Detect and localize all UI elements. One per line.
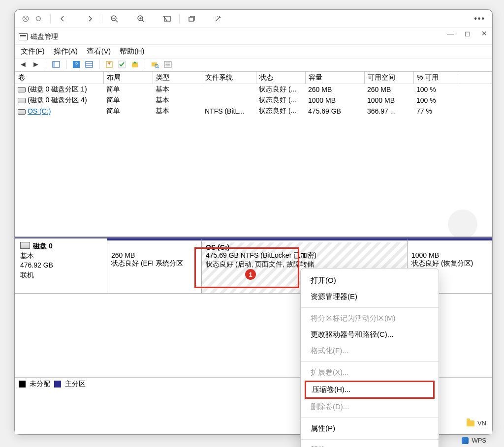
cell-status: 状态良好 (... [256, 84, 305, 95]
svg-line-25 [158, 67, 159, 68]
cell-fs: NTFS (BitL... [202, 106, 256, 117]
nav-back-icon[interactable]: ◄ [19, 60, 28, 69]
show-hide-tree-icon[interactable] [52, 60, 61, 69]
disk-label: 磁盘 0 [33, 242, 53, 250]
disk-type: 基本 [20, 251, 102, 261]
cell-fs [202, 84, 256, 95]
ctx-shrink[interactable]: 压缩卷(H)... [312, 384, 427, 395]
volume-row[interactable]: (磁盘 0 磁盘分区 1) 简单 基本 状态良好 (... 260 MB 260… [15, 84, 492, 95]
ctx-extend: 扩展卷(X)... [301, 364, 439, 381]
scroll-hint-icon [448, 209, 477, 237]
disk-info[interactable]: 磁盘 0 基本 476.92 GB 联机 [15, 238, 107, 294]
cell-layout: 简单 [103, 95, 153, 106]
menu-view[interactable]: 查看(V) [87, 47, 111, 56]
col-volume[interactable]: 卷 [15, 72, 104, 84]
details-icon[interactable] [85, 60, 94, 69]
search-disk-icon[interactable] [151, 60, 159, 69]
cell-layout: 简单 [103, 106, 153, 117]
menu-help[interactable]: 帮助(H) [120, 47, 144, 56]
folder-icon [467, 420, 474, 426]
menu-action[interactable]: 操作(A) [54, 47, 78, 56]
disk-icon [20, 242, 30, 249]
ctx-mark-active: 将分区标记为活动分区(M) [301, 310, 439, 327]
col-layout[interactable]: 布局 [104, 72, 153, 84]
zoom-out-icon[interactable] [110, 15, 118, 23]
cell-status: 状态良好 (... [256, 95, 305, 106]
ctx-change-letter[interactable]: 更改驱动器号和路径(C)... [301, 327, 439, 343]
up-arrow-icon[interactable] [130, 60, 139, 69]
refresh-icon[interactable] [105, 60, 114, 69]
volume-row[interactable]: OS (C:) 简单 基本 NTFS (BitL... 状态良好 (... 47… [15, 106, 492, 117]
menu-bar: 文件(F) 操作(A) 查看(V) 帮助(H) [15, 45, 492, 59]
cell-type: 基本 [153, 106, 202, 117]
col-free[interactable]: 可用空间 [365, 72, 414, 84]
checklist-icon[interactable] [118, 60, 126, 69]
stop-icon[interactable] [22, 15, 30, 23]
cell-type: 基本 [153, 84, 202, 95]
cell-cap: 260 MB [305, 84, 364, 95]
cell-cap: 475.69 GB [305, 106, 364, 117]
reload-icon[interactable] [34, 15, 42, 23]
cell-vol[interactable]: OS (C:) [28, 107, 51, 115]
svg-line-7 [142, 20, 144, 22]
cell-layout: 简单 [103, 84, 153, 95]
annotation-badge-1: 1 [245, 269, 256, 280]
cell-fs [202, 95, 256, 106]
help-icon[interactable]: ? [72, 60, 81, 69]
taskbar-vn[interactable]: VN [467, 419, 486, 427]
volume-row[interactable]: (磁盘 0 磁盘分区 4) 简单 基本 状态良好 (... 1000 MB 10… [15, 95, 492, 106]
title-bar: 磁盘管理 — ◻ ✕ [15, 30, 492, 45]
menu-file[interactable]: 文件(F) [21, 47, 45, 56]
ctx-open[interactable]: 打开(O) [301, 272, 439, 289]
volume-header-row: 卷 布局 类型 文件系统 状态 容量 可用空间 % 可用 [15, 72, 492, 84]
nav-forward-icon[interactable]: ► [32, 60, 40, 69]
minimize-button[interactable]: — [447, 30, 454, 37]
zoom-in-icon[interactable] [137, 15, 145, 23]
col-status[interactable]: 状态 [256, 72, 306, 84]
list-toggle-icon[interactable] [163, 60, 172, 69]
cell-type: 基本 [153, 95, 202, 106]
drive-icon [18, 109, 26, 115]
browser-toolbar: ••• [15, 10, 492, 28]
legend-primary: 主分区 [65, 380, 86, 388]
svg-text:?: ? [75, 61, 78, 67]
col-capacity[interactable]: 容量 [306, 72, 365, 84]
legend-swatch-unalloc [19, 381, 26, 387]
col-type[interactable]: 类型 [153, 72, 202, 84]
svg-point-32 [165, 65, 166, 66]
partition-size: 260 MB [111, 251, 197, 259]
more-icon[interactable]: ••• [474, 14, 485, 23]
taskbar-vn-label: VN [477, 419, 486, 427]
popup-icon[interactable] [188, 15, 195, 23]
cell-vol: (磁盘 0 磁盘分区 1) [28, 85, 87, 93]
close-button[interactable]: ✕ [481, 30, 487, 37]
maximize-button[interactable]: ◻ [465, 30, 471, 37]
ctx-format: 格式化(F)... [301, 343, 439, 359]
mmc-toolbar: ◄ ► ? [15, 59, 492, 71]
svg-point-30 [165, 62, 166, 63]
app-icon [19, 33, 28, 40]
wand-icon[interactable] [214, 15, 222, 23]
partition-status: 状态良好 (EFI 系统分区 [111, 259, 197, 268]
partition-efi[interactable]: 260 MB 状态良好 (EFI 系统分区 [107, 238, 202, 294]
partition-size: 1000 MB [411, 251, 488, 259]
wps-icon [462, 437, 469, 444]
drive-icon [18, 87, 26, 92]
volume-list: 卷 布局 类型 文件系统 状态 容量 可用空间 % 可用 (磁盘 0 磁盘分 [15, 71, 492, 237]
cell-free: 260 MB [364, 84, 413, 95]
ctx-properties[interactable]: 属性(P) [301, 420, 439, 437]
col-fs[interactable]: 文件系统 [202, 72, 256, 84]
svg-line-11 [163, 16, 167, 21]
ctx-explorer[interactable]: 资源管理器(E) [301, 289, 439, 305]
ctx-delete: 删除卷(D)... [301, 399, 439, 415]
taskbar-wps[interactable]: WPS [462, 437, 486, 444]
background-taskbar: VN WPS [462, 419, 486, 444]
col-pct[interactable]: % 可用 [414, 72, 458, 84]
back-icon[interactable] [59, 15, 66, 23]
fit-width-icon[interactable] [163, 15, 171, 23]
svg-rect-12 [189, 17, 193, 21]
svg-rect-14 [53, 61, 55, 67]
ctx-help[interactable]: 帮助(H) [301, 442, 439, 447]
svg-rect-17 [86, 61, 93, 67]
forward-icon[interactable] [86, 15, 94, 23]
